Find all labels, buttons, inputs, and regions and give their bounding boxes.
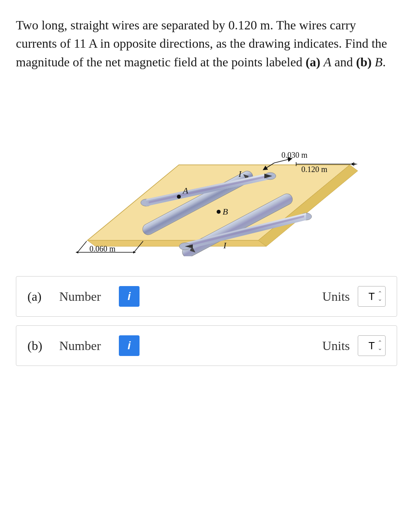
svg-line-27: [78, 241, 87, 252]
units-label-b: Units: [310, 339, 350, 353]
number-input-a[interactable]: [147, 286, 302, 307]
physics-diagram: A B I I 0.030 m 0.120 m 0.060 m: [44, 85, 370, 256]
units-select-a[interactable]: T mT μT G: [358, 286, 386, 307]
svg-line-21: [274, 159, 290, 163]
svg-marker-30: [76, 251, 78, 253]
dim-120: 0.120 m: [301, 165, 328, 174]
number-label-a: Number: [59, 289, 111, 304]
units-label-a: Units: [310, 289, 350, 304]
info-button-a[interactable]: i: [119, 286, 140, 307]
number-input-b[interactable]: [147, 335, 302, 356]
units-select-wrapper-a[interactable]: T mT μT G: [358, 286, 386, 307]
number-label-b: Number: [59, 339, 111, 353]
point-B: [217, 210, 221, 214]
answer-label-b: (b): [27, 339, 51, 353]
answer-label-a: (a): [27, 289, 51, 304]
diagram-container: A B I I 0.030 m 0.120 m 0.060 m: [16, 85, 397, 256]
dim-030: 0.030 m: [281, 151, 308, 159]
dim-060: 0.060 m: [89, 244, 116, 253]
answer-row-a: (a) Number i Units T mT μT G: [16, 276, 397, 317]
units-select-b[interactable]: T mT μT G: [358, 335, 386, 356]
label-B: B: [223, 207, 228, 217]
point-A: [177, 195, 181, 199]
label-A: A: [182, 186, 188, 195]
info-button-b[interactable]: i: [119, 335, 140, 356]
svg-marker-26: [352, 163, 358, 165]
units-select-wrapper-b[interactable]: T mT μT G: [358, 335, 386, 356]
problem-text: Two long, straight wires are separated b…: [16, 16, 397, 71]
answer-row-b: (b) Number i Units T mT μT G: [16, 325, 397, 366]
